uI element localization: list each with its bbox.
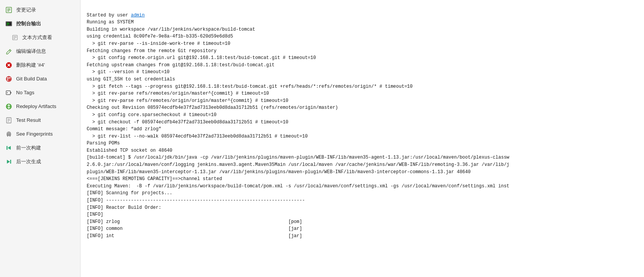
sidebar-item-redeploy[interactable]: Redeploy Artifacts [0, 100, 80, 113]
sidebar-item-console[interactable]: 控制台输出 [0, 17, 80, 31]
svg-line-13 [9, 50, 10, 51]
sidebar-item-console-label: 控制台输出 [16, 20, 41, 27]
sidebar-item-deletebuild[interactable]: 删除构建 '#4' [0, 58, 80, 72]
sidebar-item-textview-label: 文本方式查看 [22, 34, 52, 41]
sidebar-item-prevbuild-label: 前一次构建 [16, 144, 41, 151]
svg-rect-22 [6, 91, 10, 95]
notag-icon [5, 89, 13, 97]
textview-icon [11, 33, 19, 42]
sidebar-item-prevbuild[interactable]: 前一次构建 [0, 141, 80, 155]
sidebar-item-testresult[interactable]: Test Result [0, 113, 80, 127]
sidebar-item-editcompile[interactable]: 编辑编译信息 [0, 44, 80, 58]
sidebar-item-changelog[interactable]: 变更记录 [0, 3, 80, 17]
admin-link[interactable]: admin [131, 13, 145, 18]
sidebar-item-testresult-label: Test Result [16, 117, 41, 124]
svg-marker-23 [10, 91, 12, 94]
sidebar-item-textview[interactable]: 文本方式查看 [0, 31, 80, 44]
sidebar-item-editcompile-label: 编辑编译信息 [16, 48, 46, 55]
console-output: Started by user admin Running as SYSTEM … [87, 5, 638, 247]
fingerprint-icon [5, 130, 13, 138]
svg-marker-31 [8, 146, 11, 150]
sidebar-item-redeploy-label: Redeploy Artifacts [16, 103, 56, 110]
next-icon [5, 157, 13, 166]
changelog-icon [5, 6, 13, 14]
main-content: Started by user admin Running as SYSTEM … [81, 0, 644, 277]
sidebar-item-changelog-label: 变更记录 [16, 7, 36, 13]
console-line-0: Started by user admin Running as SYSTEM … [87, 13, 509, 239]
sidebar-item-notag[interactable]: No Tags [0, 86, 80, 100]
delete-icon [5, 61, 13, 69]
sidebar-item-notag-label: No Tags [16, 89, 34, 96]
svg-rect-32 [7, 146, 8, 150]
sidebar-item-gitbuild-label: Git Build Data [16, 75, 47, 82]
sidebar-item-nextbuild-label: 后一次生成 [16, 158, 41, 165]
svg-rect-34 [10, 160, 12, 164]
testresult-icon [5, 116, 13, 125]
prev-icon [5, 144, 13, 152]
svg-point-17 [6, 76, 12, 82]
sidebar-item-nextbuild[interactable]: 后一次生成 [0, 155, 80, 169]
sidebar-item-fingerprints[interactable]: See Fingerprints [0, 127, 80, 141]
svg-point-18 [7, 77, 8, 79]
sidebar: 变更记录 控制台输出 文本方式查看 [0, 0, 81, 277]
git-icon [5, 75, 13, 83]
svg-marker-33 [7, 160, 10, 164]
redeploy-icon [5, 102, 13, 111]
svg-point-20 [7, 80, 8, 81]
sidebar-item-fingerprints-label: See Fingerprints [16, 131, 53, 138]
edit-icon [5, 47, 13, 56]
sidebar-item-gitbuild[interactable]: Git Build Data [0, 72, 80, 86]
svg-point-19 [10, 77, 11, 79]
console-icon [5, 20, 13, 28]
svg-point-24 [7, 92, 8, 93]
sidebar-item-deletebuild-label: 删除构建 '#4' [16, 62, 45, 69]
